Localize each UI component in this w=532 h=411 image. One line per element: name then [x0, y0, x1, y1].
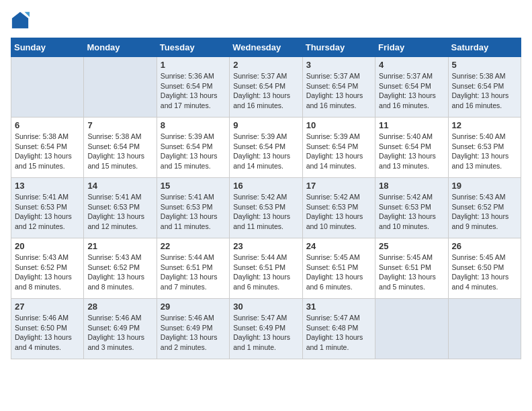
day-info: Sunrise: 5:43 AM Sunset: 6:52 PM Dayligh…	[15, 253, 80, 292]
calendar-cell: 17Sunrise: 5:42 AM Sunset: 6:53 PM Dayli…	[302, 178, 375, 238]
day-number: 11	[379, 120, 444, 130]
calendar-cell: 28Sunrise: 5:46 AM Sunset: 6:49 PM Dayli…	[84, 299, 157, 359]
day-number: 12	[452, 120, 517, 130]
day-info: Sunrise: 5:47 AM Sunset: 6:48 PM Dayligh…	[306, 313, 371, 353]
day-number: 28	[87, 302, 152, 312]
day-number: 8	[161, 120, 226, 130]
day-number: 25	[379, 241, 444, 251]
day-info: Sunrise: 5:43 AM Sunset: 6:52 PM Dayligh…	[452, 192, 517, 232]
day-number: 9	[233, 120, 298, 130]
calendar-week-row: 6Sunrise: 5:38 AM Sunset: 6:54 PM Daylig…	[11, 118, 521, 178]
day-info: Sunrise: 5:41 AM Sunset: 6:53 PM Dayligh…	[87, 192, 152, 232]
day-number: 26	[452, 241, 517, 251]
day-info: Sunrise: 5:41 AM Sunset: 6:53 PM Dayligh…	[15, 192, 80, 232]
calendar-cell	[84, 57, 157, 118]
weekday-header: Tuesday	[157, 38, 229, 57]
calendar-cell: 31Sunrise: 5:47 AM Sunset: 6:48 PM Dayli…	[302, 299, 375, 359]
logo	[11, 11, 32, 30]
logo-icon	[11, 11, 30, 30]
calendar-cell: 4Sunrise: 5:37 AM Sunset: 6:54 PM Daylig…	[375, 57, 448, 118]
calendar-cell: 11Sunrise: 5:40 AM Sunset: 6:54 PM Dayli…	[375, 118, 448, 178]
calendar-cell: 29Sunrise: 5:46 AM Sunset: 6:49 PM Dayli…	[157, 299, 229, 359]
calendar-week-row: 27Sunrise: 5:46 AM Sunset: 6:50 PM Dayli…	[11, 299, 521, 359]
day-number: 2	[233, 60, 298, 70]
day-number: 1	[161, 60, 226, 70]
calendar-week-row: 13Sunrise: 5:41 AM Sunset: 6:53 PM Dayli…	[11, 178, 521, 238]
weekday-header: Saturday	[448, 38, 521, 57]
day-info: Sunrise: 5:45 AM Sunset: 6:51 PM Dayligh…	[379, 253, 444, 292]
calendar-table: SundayMondayTuesdayWednesdayThursdayFrid…	[11, 38, 521, 359]
day-info: Sunrise: 5:40 AM Sunset: 6:53 PM Dayligh…	[452, 132, 517, 171]
day-info: Sunrise: 5:43 AM Sunset: 6:52 PM Dayligh…	[87, 253, 152, 292]
day-info: Sunrise: 5:37 AM Sunset: 6:54 PM Dayligh…	[379, 71, 444, 111]
calendar-cell: 22Sunrise: 5:44 AM Sunset: 6:51 PM Dayli…	[157, 238, 229, 299]
calendar-cell: 7Sunrise: 5:38 AM Sunset: 6:54 PM Daylig…	[84, 118, 157, 178]
day-info: Sunrise: 5:39 AM Sunset: 6:54 PM Dayligh…	[161, 132, 226, 171]
day-info: Sunrise: 5:38 AM Sunset: 6:54 PM Dayligh…	[15, 132, 80, 171]
day-number: 13	[15, 181, 80, 191]
day-info: Sunrise: 5:38 AM Sunset: 6:54 PM Dayligh…	[87, 132, 152, 171]
day-info: Sunrise: 5:45 AM Sunset: 6:50 PM Dayligh…	[452, 253, 517, 292]
day-number: 29	[161, 302, 226, 312]
day-number: 18	[379, 181, 444, 191]
day-info: Sunrise: 5:39 AM Sunset: 6:54 PM Dayligh…	[233, 132, 298, 171]
weekday-header: Monday	[84, 38, 157, 57]
day-number: 27	[15, 302, 80, 312]
calendar-cell: 20Sunrise: 5:43 AM Sunset: 6:52 PM Dayli…	[11, 238, 84, 299]
calendar-week-row: 1Sunrise: 5:36 AM Sunset: 6:54 PM Daylig…	[11, 57, 521, 118]
calendar-cell: 1Sunrise: 5:36 AM Sunset: 6:54 PM Daylig…	[157, 57, 229, 118]
calendar-cell	[11, 57, 84, 118]
calendar-cell: 9Sunrise: 5:39 AM Sunset: 6:54 PM Daylig…	[230, 118, 302, 178]
day-info: Sunrise: 5:46 AM Sunset: 6:50 PM Dayligh…	[15, 313, 80, 353]
day-info: Sunrise: 5:37 AM Sunset: 6:54 PM Dayligh…	[233, 71, 298, 111]
calendar-cell: 5Sunrise: 5:38 AM Sunset: 6:54 PM Daylig…	[448, 57, 521, 118]
calendar-cell	[448, 299, 521, 359]
calendar-cell: 15Sunrise: 5:41 AM Sunset: 6:53 PM Dayli…	[157, 178, 229, 238]
calendar-cell: 13Sunrise: 5:41 AM Sunset: 6:53 PM Dayli…	[11, 178, 84, 238]
calendar-cell: 21Sunrise: 5:43 AM Sunset: 6:52 PM Dayli…	[84, 238, 157, 299]
day-info: Sunrise: 5:45 AM Sunset: 6:51 PM Dayligh…	[306, 253, 371, 292]
day-info: Sunrise: 5:44 AM Sunset: 6:51 PM Dayligh…	[161, 253, 226, 292]
day-info: Sunrise: 5:42 AM Sunset: 6:53 PM Dayligh…	[306, 192, 371, 232]
calendar-cell: 16Sunrise: 5:42 AM Sunset: 6:53 PM Dayli…	[230, 178, 302, 238]
day-number: 20	[15, 241, 80, 251]
day-info: Sunrise: 5:36 AM Sunset: 6:54 PM Dayligh…	[161, 71, 226, 111]
day-number: 16	[233, 181, 298, 191]
calendar-cell: 30Sunrise: 5:47 AM Sunset: 6:49 PM Dayli…	[230, 299, 302, 359]
calendar-cell: 14Sunrise: 5:41 AM Sunset: 6:53 PM Dayli…	[84, 178, 157, 238]
calendar-cell: 19Sunrise: 5:43 AM Sunset: 6:52 PM Dayli…	[448, 178, 521, 238]
day-info: Sunrise: 5:40 AM Sunset: 6:54 PM Dayligh…	[379, 132, 444, 171]
day-info: Sunrise: 5:37 AM Sunset: 6:54 PM Dayligh…	[306, 71, 371, 111]
calendar-cell: 27Sunrise: 5:46 AM Sunset: 6:50 PM Dayli…	[11, 299, 84, 359]
day-number: 10	[306, 120, 371, 130]
calendar-cell: 3Sunrise: 5:37 AM Sunset: 6:54 PM Daylig…	[302, 57, 375, 118]
day-info: Sunrise: 5:38 AM Sunset: 6:54 PM Dayligh…	[452, 71, 517, 111]
weekday-header: Friday	[375, 38, 448, 57]
day-number: 23	[233, 241, 298, 251]
calendar-cell: 24Sunrise: 5:45 AM Sunset: 6:51 PM Dayli…	[302, 238, 375, 299]
page-header	[11, 11, 521, 30]
day-number: 30	[233, 302, 298, 312]
weekday-header: Thursday	[302, 38, 375, 57]
day-info: Sunrise: 5:47 AM Sunset: 6:49 PM Dayligh…	[233, 313, 298, 353]
day-number: 15	[161, 181, 226, 191]
day-number: 19	[452, 181, 517, 191]
day-info: Sunrise: 5:39 AM Sunset: 6:54 PM Dayligh…	[306, 132, 371, 171]
day-info: Sunrise: 5:46 AM Sunset: 6:49 PM Dayligh…	[161, 313, 226, 353]
day-number: 31	[306, 302, 371, 312]
calendar-cell	[375, 299, 448, 359]
day-number: 3	[306, 60, 371, 70]
calendar-cell: 25Sunrise: 5:45 AM Sunset: 6:51 PM Dayli…	[375, 238, 448, 299]
day-number: 5	[452, 60, 517, 70]
day-number: 22	[161, 241, 226, 251]
day-info: Sunrise: 5:44 AM Sunset: 6:51 PM Dayligh…	[233, 253, 298, 292]
day-number: 4	[379, 60, 444, 70]
day-number: 24	[306, 241, 371, 251]
svg-marker-0	[12, 12, 28, 28]
calendar-week-row: 20Sunrise: 5:43 AM Sunset: 6:52 PM Dayli…	[11, 238, 521, 299]
day-number: 6	[15, 120, 80, 130]
calendar-cell: 23Sunrise: 5:44 AM Sunset: 6:51 PM Dayli…	[230, 238, 302, 299]
weekday-header: Sunday	[11, 38, 84, 57]
calendar-cell: 10Sunrise: 5:39 AM Sunset: 6:54 PM Dayli…	[302, 118, 375, 178]
calendar-cell: 2Sunrise: 5:37 AM Sunset: 6:54 PM Daylig…	[230, 57, 302, 118]
